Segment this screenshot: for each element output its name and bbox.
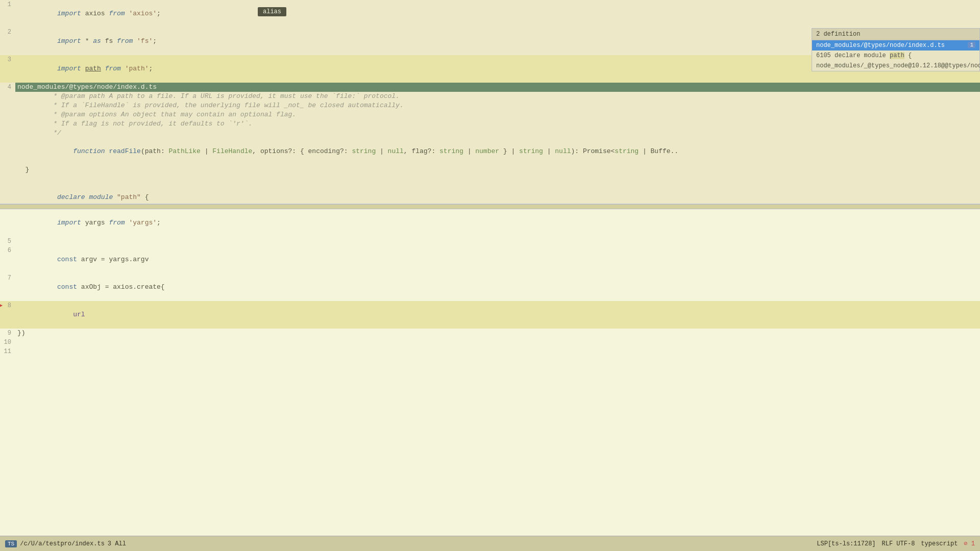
definition-popup-item-1[interactable]: node_modules/@types/node/index.d.ts 1 (812, 40, 979, 51)
error-icon: ⊘ (964, 540, 967, 547)
code-line-declare: declare module "path" { (0, 184, 980, 204)
fn-readfile: readFile (109, 147, 140, 155)
doc-line-1: * @param path A path to a file. If a URL… (0, 92, 980, 101)
token: axios (85, 10, 109, 17)
token: axObj = axios.create (81, 283, 161, 291)
kw-import3: import (57, 65, 85, 72)
popup-item-count-1: 1 (968, 42, 975, 48)
status-language: typescript (921, 540, 958, 547)
code-content-declare: declare module "path" { (15, 184, 980, 204)
type-string3: string (519, 147, 543, 155)
status-right: LSP[ts-ls:11728] RLF UTF-8 typescript ⊘ … (817, 540, 975, 547)
type-null: null (388, 147, 404, 155)
str-yargs: 'yargs' (129, 219, 157, 227)
kw-const-argv: const (57, 256, 81, 263)
bottom-line-5: 5 (0, 237, 980, 246)
popup-item-label-1: node_modules/@types/node/index.d.ts (816, 42, 945, 49)
token (57, 147, 73, 155)
ts-badge: TS (5, 540, 17, 547)
status-position: 3 All (108, 540, 126, 547)
doc-content-4: * If a flag is not provided, it defaults… (15, 119, 980, 129)
token: yargs (85, 219, 109, 227)
token: fs (105, 37, 117, 45)
type-pathlike: PathLike (168, 147, 200, 155)
type-string4: string (615, 147, 639, 155)
doc-line-3: * @param options An object that may cont… (0, 110, 980, 119)
kw-const-axobj: const (57, 283, 81, 291)
line-num-5: 5 (0, 237, 15, 246)
token: | (463, 147, 475, 155)
doc-content-6: function readFile(path: PathLike | FileH… (15, 138, 980, 165)
code-line-4: 4 node_modules/@types/node/index.d.ts (0, 83, 980, 92)
doc-line-2: * If a `FileHandle` is provided, the und… (0, 101, 980, 110)
line-num-11: 11 (0, 347, 15, 356)
doc-content-5: */ (15, 129, 980, 138)
type-string: string (352, 147, 376, 155)
bottom-line-import: import yargs from 'yargs'; (0, 209, 980, 237)
bottom-content-import: import yargs from 'yargs'; (15, 209, 980, 237)
status-lsp: LSP[ts-ls:11728] (817, 540, 875, 547)
type-null2: null (555, 147, 571, 155)
bottom-content-9: }) (15, 329, 980, 338)
token-brace: { (161, 283, 165, 291)
token: ; (157, 219, 161, 227)
bottom-content-7: const axObj = axios.create{ (15, 273, 980, 301)
kw-from3: from (105, 65, 125, 72)
bottom-content-8: url (15, 301, 980, 329)
status-error: ⊘ 1 (964, 540, 975, 547)
code-line-blank (0, 174, 980, 184)
line-num-9: 9 (0, 329, 15, 338)
token (101, 65, 105, 72)
doc-line-6: function readFile(path: PathLike | FileH… (0, 138, 980, 165)
line-number-2: 2 (0, 28, 15, 37)
token: | (201, 147, 212, 155)
kw-import2: import (57, 37, 85, 45)
bottom-line-11: 11 (0, 347, 980, 356)
definition-popup-item-2[interactable]: 6105 declare module path { (812, 51, 979, 61)
doc-line-5: */ (0, 129, 980, 138)
bottom-content-6: const argv = yargs.argv (15, 246, 980, 273)
doc-line-4: * If a flag is not provided, it defaults… (0, 119, 980, 129)
kw-from2: from (117, 37, 137, 45)
definition-popup: 2 definition node_modules/@types/node/in… (812, 28, 980, 71)
doc-content-1: * @param path A path to a file. If a URL… (15, 92, 980, 101)
doc-content-3: * @param options An object that may cont… (15, 110, 980, 119)
token: { (141, 193, 149, 201)
kw-declare: declare module (57, 193, 117, 201)
line-number-4: 4 (0, 83, 15, 92)
bottom-line-10: 10 (0, 338, 980, 347)
pane-divider (0, 204, 980, 209)
token: } | (499, 147, 519, 155)
alias-tooltip: alias (258, 7, 286, 16)
line-num-7: 7 (0, 273, 15, 283)
bottom-pane: import yargs from 'yargs'; 5 6 const arg… (0, 209, 980, 536)
popup-item-label-2: 6105 declare module path { (816, 52, 912, 59)
kw-function: function (73, 147, 109, 155)
definition-popup-item-3[interactable]: node_modules/_@types_node@10.12.18@@type… (812, 61, 979, 71)
status-bar: TS /c/U/a/testpro/index.ts 3 All LSP[ts-… (0, 536, 980, 551)
token: | (543, 147, 555, 155)
token-url (57, 311, 73, 318)
type-filehandle: FileHandle (212, 147, 252, 155)
token: * (85, 37, 93, 45)
str-path: 'path' (125, 65, 149, 72)
line-content-4: node_modules/@types/node/index.d.ts (15, 83, 980, 92)
doc-content-2: * If a `FileHandle` is provided, the und… (15, 101, 980, 110)
definition-popup-header: 2 definition (812, 29, 979, 40)
bottom-line-9: 9 }) (0, 329, 980, 338)
token: | Buffe.. (639, 147, 678, 155)
status-left: TS /c/U/a/testpro/index.ts 3 All (5, 540, 126, 547)
main-area: alias 1 import axios from 'axios'; 2 imp… (0, 0, 980, 551)
kw-as: as (93, 37, 105, 45)
code-content-brace: } (15, 165, 980, 174)
token: (path: (141, 147, 169, 155)
error-count: 1 (971, 540, 975, 547)
token: ; (153, 37, 157, 45)
type-string2: string (439, 147, 463, 155)
bottom-line-6: 6 const argv = yargs.argv (0, 246, 980, 273)
token: argv = yargs.argv (81, 256, 149, 263)
str-path2: "path" (117, 193, 141, 201)
status-encoding: RLF UTF-8 (882, 540, 915, 547)
line-num-10: 10 (0, 338, 15, 347)
bottom-line-7: 7 const axObj = axios.create{ (0, 273, 980, 301)
